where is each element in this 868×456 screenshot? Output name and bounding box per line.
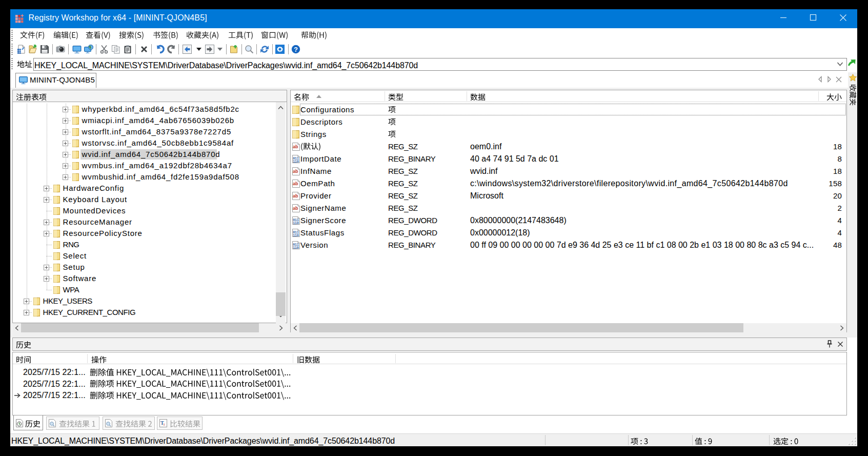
svg-text:ab: ab: [293, 193, 298, 199]
svg-text:ab: ab: [293, 169, 298, 174]
svg-text:ab: ab: [293, 206, 298, 211]
svg-text:?: ?: [294, 46, 298, 53]
svg-text:T: T: [163, 423, 166, 427]
svg-text:ab: ab: [293, 181, 298, 186]
svg-text:110: 110: [293, 246, 299, 250]
svg-text:110: 110: [293, 160, 299, 164]
svg-text:ab: ab: [293, 144, 298, 149]
svg-text:110: 110: [293, 234, 299, 237]
svg-text:110: 110: [293, 222, 299, 225]
